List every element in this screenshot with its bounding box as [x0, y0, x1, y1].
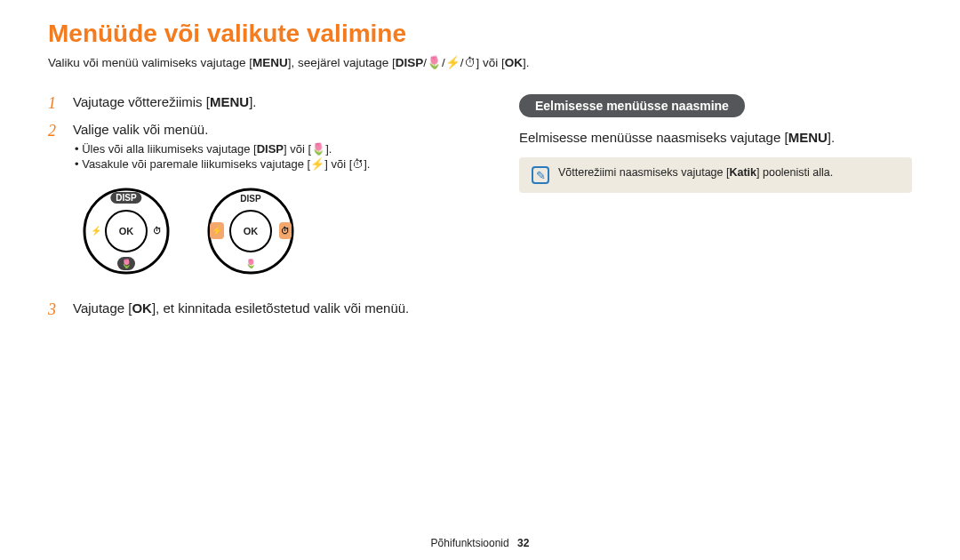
macro-icon: 🌷	[427, 56, 442, 69]
left-column: 1 Vajutage võtterežiimis [MENU]. 2 Valig…	[48, 94, 484, 328]
note-icon: ✎	[532, 166, 549, 184]
flash-icon: ⚡	[310, 157, 324, 171]
flash-icon: ⚡	[445, 56, 460, 69]
section-pill: Eelmisesse menüüsse naasmine	[519, 94, 745, 117]
menu-label: MENU	[210, 94, 249, 109]
ok-label: OK	[132, 300, 152, 316]
timer-icon: ⏱	[464, 56, 476, 69]
step-2-sub-1: Üles või alla liikumiseks vajutage [DISP…	[75, 142, 484, 156]
menu-label: MENU	[252, 56, 288, 69]
disp-button: DISP	[110, 192, 141, 204]
flash-icon: ⚡	[91, 226, 101, 236]
ok-button: OK	[119, 226, 134, 236]
footer-section: Põhifunktsioonid	[431, 537, 509, 549]
disp-label: DISP	[257, 142, 284, 156]
step-number: 2	[48, 122, 60, 292]
ok-label: OK	[505, 56, 523, 69]
macro-icon: 🌷	[311, 142, 325, 156]
dial-horizontal: DISP OK ⚡ ⏱ 🌷	[206, 187, 295, 276]
right-description: Eelmisesse menüüsse naasmiseks vajutage …	[519, 130, 912, 145]
footer-page-number: 32	[517, 537, 529, 549]
disp-button: DISP	[240, 194, 260, 204]
timer-icon: ⏱	[352, 157, 364, 171]
note-box: ✎ Võtterežiimi naasmiseks vajutage [Kati…	[519, 157, 912, 193]
timer-icon: ⏱	[153, 226, 162, 236]
right-column: Eelmisesse menüüsse naasmine Eelmisesse …	[519, 94, 912, 328]
page-footer: Põhifunktsioonid 32	[0, 537, 960, 549]
macro-button: 🌷	[117, 257, 135, 270]
step-number: 1	[48, 94, 60, 113]
step-2: 2 Valige valik või menüü. Üles või alla …	[48, 122, 484, 292]
macro-icon: 🌷	[245, 259, 256, 268]
shutter-label: Katik	[729, 166, 756, 179]
step-number: 3	[48, 300, 60, 319]
page-title: Menüüde või valikute valimine	[48, 20, 912, 48]
disp-label: DISP	[396, 56, 424, 69]
step-3: 3 Vajutage [OK], et kinnitada esiletõste…	[48, 300, 484, 319]
timer-button: ⏱	[279, 222, 292, 239]
step-2-sub-2: Vasakule või paremale liikumiseks vajuta…	[75, 157, 484, 171]
menu-label: MENU	[788, 130, 828, 145]
ok-button: OK	[244, 226, 259, 236]
step-1: 1 Vajutage võtterežiimis [MENU].	[48, 94, 484, 113]
dial-vertical: DISP OK ⚡ ⏱ 🌷	[82, 187, 171, 276]
intro-text: Valiku või menüü valimiseks vajutage [ME…	[48, 55, 912, 69]
flash-button: ⚡	[210, 222, 224, 239]
